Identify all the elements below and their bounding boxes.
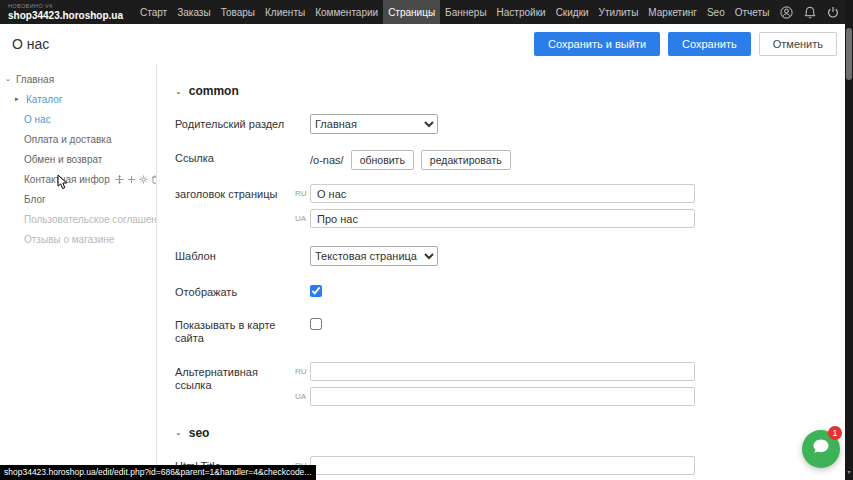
gear-icon[interactable] <box>139 175 148 184</box>
nav-orders[interactable]: Заказы <box>172 0 215 24</box>
logout-icon[interactable] <box>827 6 839 19</box>
link-label: Ссылка <box>175 148 295 165</box>
nav-banners[interactable]: Баннеры <box>440 0 491 24</box>
page-header: О нас Сохранить и выйти Сохранить Отмени… <box>0 24 853 64</box>
account-icon[interactable] <box>780 6 793 19</box>
nav-discounts[interactable]: Скидки <box>551 0 594 24</box>
scrollbar-thumb[interactable] <box>846 28 852 80</box>
sidebar-item-katalog[interactable]: ▸ Каталог <box>0 89 156 109</box>
lang-ru-label: RU <box>295 189 310 198</box>
lang-ru-label: RU <box>295 367 310 376</box>
page-title-ru-input[interactable] <box>310 184 695 203</box>
sidebar-item-kontaktnaya[interactable]: Контактная инфор <box>0 169 156 189</box>
chat-unread-badge: 1 <box>828 426 842 440</box>
trash-icon[interactable] <box>151 175 156 184</box>
sidebar-item-blog[interactable]: Блог <box>0 189 156 209</box>
sitemap-label: Показывать в карте сайта <box>175 315 295 345</box>
lang-ua-label: UA <box>295 392 310 401</box>
page-title: О нас <box>12 36 49 52</box>
cancel-button[interactable]: Отменить <box>759 32 837 56</box>
nav-pages[interactable]: Страницы <box>383 0 440 24</box>
nav-settings[interactable]: Настройки <box>492 0 551 24</box>
template-label: Шаблон <box>175 246 295 263</box>
scrollbar-down-arrow[interactable]: ▾ <box>845 468 853 478</box>
html-title-ru-input[interactable] <box>310 456 695 475</box>
sidebar-item-oplata[interactable]: Оплата и доставка <box>0 129 156 149</box>
move-icon[interactable] <box>115 175 124 184</box>
brand-domain: shop34423.horoshop.ua <box>8 10 123 21</box>
nav-products[interactable]: Товары <box>216 0 260 24</box>
chevron-down-icon: ⌄ <box>175 87 182 96</box>
alt-link-ru-input[interactable] <box>310 362 695 381</box>
topbar: НОВОВИНО V4 shop34423.horoshop.ua Старт … <box>0 0 853 24</box>
sidebar-item-glavnaya[interactable]: ⌄ Главная <box>0 69 156 89</box>
nav-marketing[interactable]: Маркетинг <box>643 0 702 24</box>
parent-section-select[interactable]: Главная <box>310 114 438 134</box>
lang-ua-label: UA <box>295 214 310 223</box>
link-edit-button[interactable]: редактировать <box>421 150 511 170</box>
save-button[interactable]: Сохранить <box>668 32 751 56</box>
nav-clients[interactable]: Клиенты <box>260 0 310 24</box>
display-checkbox[interactable] <box>310 285 322 297</box>
chevron-down-icon: ⌄ <box>5 75 12 83</box>
save-and-exit-button[interactable]: Сохранить и выйти <box>534 32 660 56</box>
sidebar-item-o-nas[interactable]: О нас <box>0 109 156 129</box>
chat-icon <box>811 437 831 461</box>
page-title-ua-input[interactable] <box>310 209 695 228</box>
display-label: Отображать <box>175 282 295 299</box>
nav-comments[interactable]: Комментарии <box>310 0 383 24</box>
template-select[interactable]: Текстовая страница <box>310 246 438 266</box>
nav-reports[interactable]: Отчеты <box>730 0 775 24</box>
link-value: /o-nas/ <box>310 154 344 166</box>
top-navigation: Старт Заказы Товары Клиенты Комментарии … <box>135 0 774 24</box>
sidebar-item-otzyvy[interactable]: Отзывы о магазине <box>0 229 156 249</box>
page-title-label: заголовок страницы <box>175 184 295 201</box>
nav-start[interactable]: Старт <box>135 0 172 24</box>
sidebar-item-soglashenie[interactable]: Пользовательское соглашение <box>0 209 156 229</box>
chat-launcher-button[interactable]: 1 <box>802 430 840 468</box>
section-seo[interactable]: ⌄ seo <box>175 426 853 440</box>
brand-logo[interactable]: НОВОВИНО V4 shop34423.horoshop.ua <box>8 0 123 24</box>
chevron-right-icon: ▸ <box>15 95 22 103</box>
sidebar-item-obmen[interactable]: Обмен и возврат <box>0 149 156 169</box>
nav-utilities[interactable]: Утилиты <box>594 0 644 24</box>
parent-section-label: Родительский раздел <box>175 114 295 131</box>
chevron-down-icon: ⌄ <box>175 428 182 437</box>
pages-tree-sidebar: ⌄ Главная ▸ Каталог О нас Оплата и доста… <box>0 64 157 480</box>
nav-seo[interactable]: Seo <box>702 0 730 24</box>
alt-link-label: Альтернативная ссылка <box>175 362 295 392</box>
section-common[interactable]: ⌄ common <box>175 84 853 98</box>
sitemap-checkbox[interactable] <box>310 318 322 330</box>
notifications-icon[interactable] <box>804 6 816 19</box>
browser-status-bar: shop34423.horoshop.ua/edit/edit.php?id=6… <box>0 465 316 480</box>
add-icon[interactable] <box>127 175 136 184</box>
page-scrollbar[interactable]: ▾ <box>845 0 853 480</box>
alt-link-ua-input[interactable] <box>310 387 695 406</box>
page-edit-form: ⌄ common Родительский раздел Главная Ссы… <box>157 64 853 480</box>
link-update-button[interactable]: обновить <box>351 150 414 170</box>
